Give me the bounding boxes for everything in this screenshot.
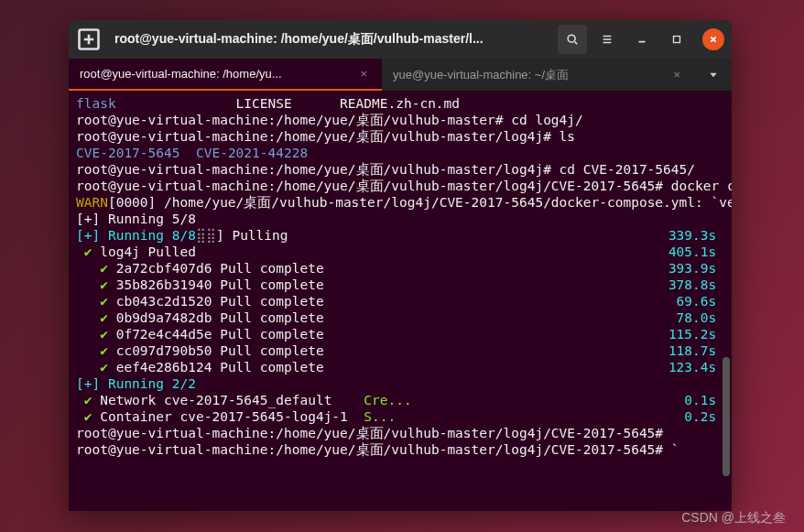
- time-value: 123.4s: [668, 359, 724, 375]
- scrollbar-thumb[interactable]: [723, 357, 730, 476]
- warn-label: WARN: [76, 195, 108, 210]
- time-value: 339.3s: [668, 227, 724, 244]
- layer-name: log4j Pulled: [100, 244, 196, 259]
- time-value: 0.1s: [684, 392, 724, 408]
- checkmark-icon: ✔: [100, 360, 108, 375]
- resource-name: Network cve-2017-5645_default: [100, 393, 331, 407]
- svg-rect-9: [674, 37, 680, 43]
- layer-name: eef4e286b124 Pull complete: [116, 360, 324, 375]
- layer-name: 35b826b31940 Pull complete: [116, 277, 324, 292]
- tab-close-icon[interactable]: ×: [669, 68, 684, 81]
- tab-title: yue@yue-virtual-machine: ~/桌面: [393, 67, 669, 83]
- tab-active[interactable]: root@yue-virtual-machine: /home/yu... ×: [69, 59, 382, 91]
- prompt-line: root@yue-virtual-machine:/home/yue/桌面/vu…: [76, 161, 724, 178]
- time-value: 115.2s: [668, 326, 724, 342]
- layer-name: 0b9d9a7482db Pull complete: [116, 310, 324, 325]
- checkmark-icon: ✔: [84, 409, 92, 424]
- tab-close-icon[interactable]: ×: [356, 67, 371, 81]
- menu-button[interactable]: [592, 25, 622, 54]
- layer-name: 2a72cbf407d6 Pull complete: [116, 261, 324, 276]
- dir-name: flask: [76, 96, 116, 111]
- resource-status: Cre...: [364, 393, 411, 407]
- checkmark-icon: ✔: [100, 277, 108, 292]
- checkmark-icon: ✔: [84, 244, 92, 259]
- resource-status: S...: [364, 409, 396, 424]
- status-line: [+] Running 5/8: [76, 211, 724, 227]
- time-value: 378.8s: [668, 277, 724, 293]
- file-name: README.zh-cn.md: [340, 96, 460, 111]
- maximize-button[interactable]: [662, 25, 691, 54]
- checkmark-icon: ✔: [100, 261, 108, 276]
- tab-inactive[interactable]: yue@yue-virtual-machine: ~/桌面 ×: [382, 59, 695, 91]
- dir-name: CVE-2017-5645: [76, 146, 180, 160]
- prompt-line: root@yue-virtual-machine:/home/yue/桌面/vu…: [76, 128, 724, 145]
- new-tab-icon[interactable]: [76, 27, 102, 52]
- search-button[interactable]: [558, 25, 587, 54]
- prompt-line: root@yue-virtual-machine:/home/yue/桌面/vu…: [76, 441, 724, 458]
- minimize-button[interactable]: [627, 25, 657, 54]
- window-title: root@yue-virtual-machine: /home/yue/桌面/v…: [107, 31, 552, 48]
- terminal-window: root@yue-virtual-machine: /home/yue/桌面/v…: [69, 20, 732, 511]
- checkmark-icon: ✔: [100, 294, 108, 309]
- time-value: 78.0s: [677, 309, 724, 326]
- time-value: 69.6s: [677, 293, 724, 309]
- tab-title: root@yue-virtual-machine: /home/yu...: [80, 67, 356, 81]
- layer-name: cb043c2d1520 Pull complete: [116, 294, 324, 309]
- time-value: 118.7s: [668, 342, 724, 359]
- close-button[interactable]: [702, 28, 724, 50]
- checkmark-icon: ✔: [100, 343, 108, 358]
- time-value: 0.2s: [684, 408, 724, 425]
- watermark: CSDN @上线之叁: [681, 510, 786, 527]
- time-value: 405.1s: [668, 244, 724, 260]
- checkmark-icon: ✔: [84, 393, 92, 407]
- titlebar: root@yue-virtual-machine: /home/yue/桌面/v…: [69, 20, 732, 59]
- resource-name: Container cve-2017-5645-log4j-1: [100, 409, 348, 424]
- prompt-line: root@yue-virtual-machine:/home/yue/桌面/vu…: [76, 112, 724, 128]
- svg-point-3: [568, 35, 575, 42]
- dir-name: CVE-2021-44228: [196, 146, 308, 160]
- checkmark-icon: ✔: [100, 327, 108, 342]
- layer-name: cc097d790b50 Pull complete: [116, 343, 324, 358]
- tab-dropdown[interactable]: [695, 59, 732, 91]
- prompt-line: root@yue-virtual-machine:/home/yue/桌面/vu…: [76, 425, 724, 441]
- tabbar: root@yue-virtual-machine: /home/yu... × …: [69, 59, 732, 92]
- checkmark-icon: ✔: [100, 310, 108, 325]
- time-value: 393.9s: [668, 260, 724, 277]
- file-name: LICENSE: [236, 96, 292, 111]
- svg-line-4: [575, 42, 578, 45]
- terminal-output[interactable]: flask LICENSE README.zh-cn.md root@yue-v…: [69, 92, 732, 511]
- status-line: [+] Running 8/8: [76, 228, 196, 243]
- warn-text: [0000] /home/yue/桌面/vulhub-master/log4j/…: [108, 195, 732, 210]
- status-line: [+] Running 2/2: [76, 375, 724, 392]
- layer-name: 0f72e4c44d5e Pull complete: [116, 327, 324, 342]
- prompt-line: root@yue-virtual-machine:/home/yue/桌面/vu…: [76, 178, 724, 194]
